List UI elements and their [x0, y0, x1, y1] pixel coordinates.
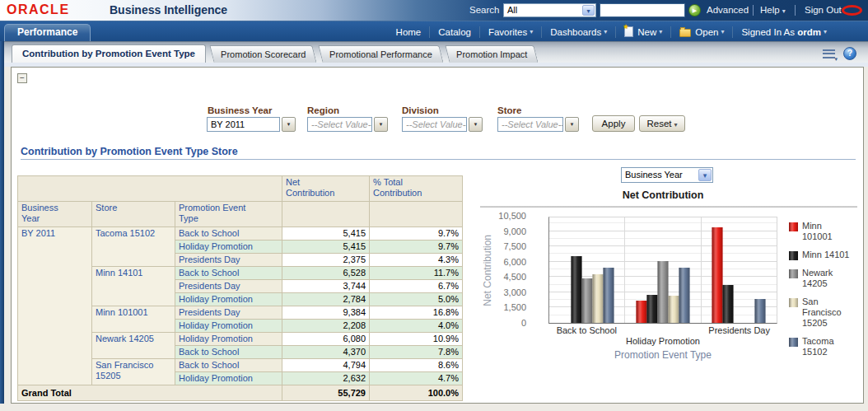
bar-minn-101001-presidents-day[interactable] — [712, 227, 723, 323]
chart-category-cell-holiday-promotion — [625, 217, 701, 323]
bar-newark-14205-back-to-school[interactable] — [581, 278, 592, 323]
pivot-header-blank — [370, 202, 463, 227]
bar-minn-14101-back-to-school[interactable] — [571, 256, 581, 323]
pivot-header-dimensions: Business Year Store Promotion Event Type — [18, 202, 463, 227]
cell-net-contribution: 6,528 — [282, 267, 370, 280]
cell-promotion-event-type[interactable]: Back to School — [175, 346, 282, 359]
bar-minn-101001-holiday-promotion[interactable] — [636, 301, 646, 323]
filter-dropdown-region[interactable]: ▼ — [374, 117, 388, 132]
cell-promotion-event-type[interactable]: Holiday Promotion — [175, 293, 282, 306]
cell-pct-total-contribution: 7.8% — [370, 346, 463, 359]
search-input[interactable] — [600, 3, 685, 17]
filter-dropdown-division[interactable]: ▼ — [469, 117, 483, 132]
cell-store[interactable]: Newark 14205 — [92, 333, 175, 359]
signed-in-menu[interactable]: Signed In As ordm▾ — [733, 27, 835, 37]
menu-item-favorites[interactable]: Favorites▾ — [480, 27, 541, 37]
cell-net-contribution: 5,415 — [282, 227, 370, 241]
cell-net-contribution: 2,784 — [282, 293, 370, 306]
bar-minn-14101-holiday-promotion[interactable] — [646, 295, 657, 323]
chevron-down-icon: ▾ — [721, 28, 724, 35]
cell-promotion-event-type[interactable]: Back to School — [175, 227, 282, 241]
y-tick-label: 1,500 — [503, 303, 526, 312]
filter-input-business-year[interactable]: BY 2011 — [207, 117, 280, 132]
menu-item-open[interactable]: Open▾ — [671, 27, 732, 37]
cell-store[interactable]: Minn 14101 — [92, 267, 175, 306]
cell-store[interactable]: Tacoma 15102 — [92, 227, 175, 267]
cell-net-contribution: 2,208 — [282, 320, 370, 333]
tab-promotion-impact[interactable]: Promotion Impact — [445, 45, 538, 63]
menu-item-dashboards[interactable]: Dashboards▾ — [542, 27, 615, 37]
filter-input-region[interactable]: --Select Value-- — [307, 117, 372, 132]
bar-san-francisco-15205-back-to-school[interactable] — [592, 274, 603, 323]
help-menu[interactable]: Help▾ — [760, 0, 786, 21]
menu-item-new[interactable]: ★New▾ — [616, 26, 670, 37]
cell-promotion-event-type[interactable]: Holiday Promotion — [175, 241, 282, 254]
view-selector[interactable]: Business Year ▾ — [621, 167, 713, 183]
advanced-link[interactable]: Advanced — [707, 0, 749, 21]
cell-pct-total-contribution: 11.7% — [370, 267, 463, 280]
search-go-button[interactable]: ▶ — [688, 4, 701, 16]
bar-minn-14101-presidents-day[interactable] — [723, 285, 734, 323]
cell-promotion-event-type[interactable]: Presidents Day — [175, 254, 282, 267]
filter-input-store[interactable]: --Select Value-- — [497, 117, 563, 132]
bar-tacoma-15102-back-to-school[interactable] — [603, 268, 614, 323]
cell-promotion-event-type[interactable]: Holiday Promotion — [175, 372, 282, 385]
cell-pct-total-contribution: 5.0% — [370, 293, 463, 306]
bar-san-francisco-15205-holiday-promotion[interactable] — [668, 296, 679, 323]
legend-entry-tacoma-15102: Tacoma 15102 — [789, 336, 860, 357]
chart-category-cell-presidents-day — [702, 217, 777, 323]
cell-promotion-event-type[interactable]: Holiday Promotion — [175, 320, 282, 333]
sign-out-link[interactable]: Sign Out — [805, 0, 842, 21]
grand-total-pct: 100.0% — [370, 385, 463, 401]
cell-promotion-event-type[interactable]: Holiday Promotion — [175, 333, 282, 346]
pivot-header-business-year: Business Year — [18, 202, 92, 227]
x-category-label-presidents-day: Presidents Day — [708, 325, 770, 335]
bar-slot — [723, 217, 734, 323]
x-category-label-holiday-promotion: Holiday Promotion — [626, 336, 700, 346]
collapse-section-button[interactable]: − — [17, 73, 27, 83]
table-row: BY 2011Tacoma 15102Back to School5,4159.… — [18, 227, 463, 241]
tab-contribution-by-promotion-event-type[interactable]: Contribution by Promotion Event Type — [12, 44, 206, 63]
page-options-icon[interactable]: ▾ — [823, 49, 835, 58]
apply-button[interactable]: Apply — [592, 115, 635, 132]
cell-promotion-event-type[interactable]: Presidents Day — [175, 280, 282, 293]
cell-store[interactable]: Minn 101001 — [92, 306, 175, 333]
bar-newark-14205-holiday-promotion[interactable] — [657, 261, 668, 323]
bar-tacoma-15102-presidents-day[interactable] — [755, 299, 766, 323]
search-scope-value: All — [507, 5, 517, 15]
cell-promotion-event-type[interactable]: Back to School — [175, 267, 282, 280]
pivot-table: Net Contribution % Total Contribution Bu… — [17, 175, 463, 401]
filter-dropdown-store[interactable]: ▼ — [565, 117, 579, 132]
menu-item-home[interactable]: Home — [388, 27, 430, 37]
bar-tacoma-15102-holiday-promotion[interactable] — [679, 268, 689, 323]
tab-promotional-performance[interactable]: Promotional Performance — [319, 45, 444, 63]
page-actions: ▾ ? — [823, 47, 856, 60]
cell-net-contribution: 5,415 — [282, 241, 370, 254]
bar-slot — [744, 217, 755, 323]
cell-net-contribution: 4,370 — [282, 346, 370, 359]
chevron-down-icon[interactable]: ▾ — [698, 169, 712, 181]
legend-swatch-tacoma-15102 — [789, 338, 798, 347]
section-tab-performance[interactable]: Performance — [4, 24, 91, 41]
cell-promotion-event-type[interactable]: Back to School — [175, 359, 282, 372]
cell-net-contribution: 2,375 — [282, 254, 370, 267]
chart-category-cell-back-to-school — [549, 217, 625, 323]
bar-slot — [679, 217, 689, 323]
cell-business-year[interactable]: BY 2011 — [18, 227, 92, 385]
chevron-down-icon: ▾ — [530, 28, 533, 35]
tab-promotion-scorecard[interactable]: Promotion Scorecard — [209, 45, 317, 63]
grand-total-row: Grand Total 55,729 100.0% — [18, 385, 463, 401]
cell-store[interactable]: San Francisco 15205 — [92, 359, 175, 385]
help-icon[interactable]: ? — [843, 47, 856, 60]
search-scope-select[interactable]: All ▾ — [503, 3, 596, 17]
cell-promotion-event-type[interactable]: Presidents Day — [175, 306, 282, 320]
filter-input-division[interactable]: --Select Value-- — [402, 117, 467, 132]
y-tick-label: 6,000 — [503, 258, 526, 267]
bar-slot — [581, 217, 592, 323]
reset-button[interactable]: Reset▾ — [639, 115, 685, 132]
menu-item-catalog[interactable]: Catalog — [430, 27, 479, 37]
pivot-header-blank — [282, 202, 370, 227]
cell-pct-total-contribution: 4.0% — [370, 320, 463, 333]
chevron-down-icon[interactable]: ▾ — [582, 5, 595, 16]
filter-dropdown-business-year[interactable]: ▼ — [282, 117, 296, 132]
